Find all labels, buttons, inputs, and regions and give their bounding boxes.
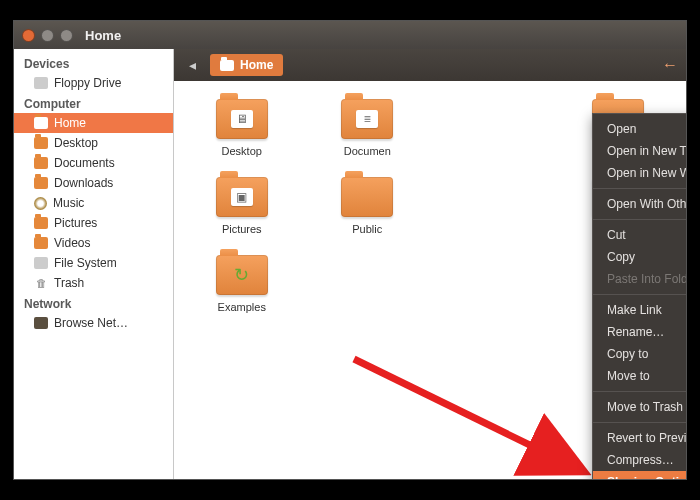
folder-icon [220,60,234,71]
folder-icon: ↻ [216,255,268,295]
ctx-open[interactable]: Open [593,118,687,140]
folder-public[interactable]: Public [310,177,426,235]
folder-label: Public [352,223,382,235]
folder-icon [34,137,48,149]
separator [593,294,687,295]
ctx-move-to[interactable]: Move to [593,365,687,387]
folder-pictures[interactable]: ▣ Pictures [184,177,300,235]
ctx-open-with-other[interactable]: Open With Other Application… [593,193,687,215]
folder-icon [34,157,48,169]
context-menu: Open Open in New Tab Open in New Window … [592,113,687,480]
nav-forward-icon[interactable]: ← [662,56,678,74]
folder-examples[interactable]: ↻ Examples [184,255,300,313]
folder-documents[interactable]: ≡ Documen [310,99,426,157]
folder-icon: 🖥 [216,99,268,139]
content-area: Devices Floppy Drive Computer Home Deskt… [14,49,686,479]
sidebar-item-music[interactable]: Music [14,193,173,213]
ctx-cut[interactable]: Cut [593,224,687,246]
separator [593,422,687,423]
separator [593,391,687,392]
folder-label: Desktop [222,145,262,157]
sidebar-item-trash[interactable]: 🗑 Trash [14,273,173,293]
folder-label: Documen [344,145,391,157]
ctx-move-to-trash[interactable]: Move to Trash [593,396,687,418]
network-icon [34,317,48,329]
sidebar-item-downloads[interactable]: Downloads [14,173,173,193]
main-pane: ◂ Home ← 🖥 Desktop ≡ Documen [174,49,686,479]
sidebar-item-home[interactable]: Home [14,113,173,133]
sidebar-item-label: Documents [54,156,115,170]
folder-icon: ≡ [341,99,393,139]
sidebar-item-label: Browse Net… [54,316,128,330]
ctx-sharing-options[interactable]: Sharing Options [593,471,687,480]
sidebar-item-documents[interactable]: Documents [14,153,173,173]
sidebar-item-label: Home [54,116,86,130]
minimize-icon[interactable] [41,29,54,42]
sidebar-item-label: Desktop [54,136,98,150]
ctx-rename[interactable]: Rename… [593,321,687,343]
sidebar-item-label: Downloads [54,176,113,190]
folder-icon [34,177,48,189]
folder-label: Pictures [222,223,262,235]
ctx-open-new-window[interactable]: Open in New Window [593,162,687,184]
nav-back-icon[interactable]: ◂ [182,55,202,75]
breadcrumb-label: Home [240,58,273,72]
file-manager-window: Home Devices Floppy Drive Computer Home … [13,20,687,480]
separator [593,219,687,220]
sidebar-item-desktop[interactable]: Desktop [14,133,173,153]
folder-icon [34,217,48,229]
maximize-icon[interactable] [60,29,73,42]
folder-icon [34,237,48,249]
music-icon [34,197,47,210]
drive-icon [34,77,48,89]
breadcrumb-home[interactable]: Home [210,54,283,76]
sidebar-item-label: Floppy Drive [54,76,121,90]
folder-label: Examples [218,301,266,313]
folder-icon [341,177,393,217]
sidebar-heading-devices: Devices [14,53,173,73]
ctx-make-link[interactable]: Make Link [593,299,687,321]
ctx-paste-into-folder: Paste Into Folder [593,268,687,290]
sidebar-item-label: Pictures [54,216,97,230]
sidebar: Devices Floppy Drive Computer Home Deskt… [14,49,174,479]
sidebar-heading-network: Network [14,293,173,313]
sidebar-item-pictures[interactable]: Pictures [14,213,173,233]
folder-desktop[interactable]: 🖥 Desktop [184,99,300,157]
sidebar-heading-computer: Computer [14,93,173,113]
sidebar-item-browse-network[interactable]: Browse Net… [14,313,173,333]
sidebar-item-label: Music [53,196,84,210]
folder-icon: ▣ [216,177,268,217]
sidebar-item-label: Trash [54,276,84,290]
ctx-copy[interactable]: Copy [593,246,687,268]
sidebar-item-filesystem[interactable]: File System [14,253,173,273]
titlebar: Home [14,21,686,49]
ctx-open-new-tab[interactable]: Open in New Tab [593,140,687,162]
close-icon[interactable] [22,29,35,42]
window-title: Home [85,28,121,43]
ctx-revert[interactable]: Revert to Previous Version… [593,427,687,449]
trash-icon: 🗑 [34,277,48,289]
sidebar-item-label: Videos [54,236,90,250]
sidebar-item-videos[interactable]: Videos [14,233,173,253]
path-toolbar: ◂ Home ← [174,49,686,81]
sidebar-item-floppy-drive[interactable]: Floppy Drive [14,73,173,93]
ctx-copy-to[interactable]: Copy to [593,343,687,365]
home-folder-icon [34,117,48,129]
drive-icon [34,257,48,269]
sidebar-item-label: File System [54,256,117,270]
separator [593,188,687,189]
ctx-compress[interactable]: Compress… [593,449,687,471]
